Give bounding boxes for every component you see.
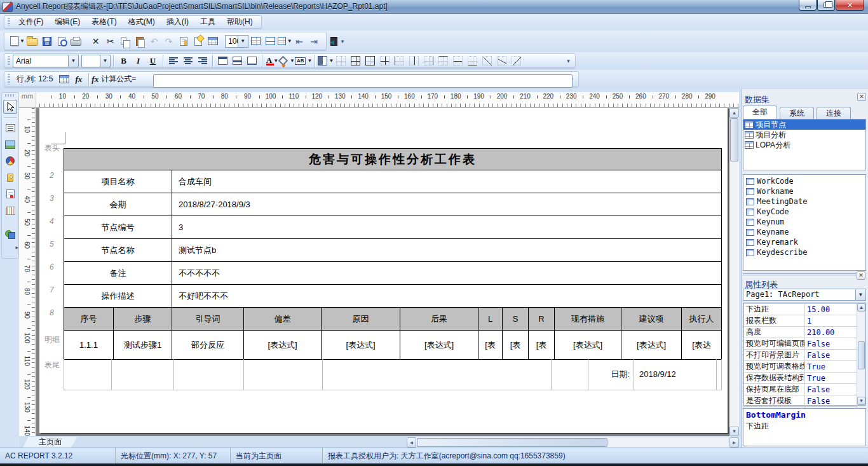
border-outline-button[interactable] (363, 53, 377, 68)
row-number[interactable]: 8 (50, 308, 54, 317)
grid-data-cell[interactable]: 测试步骤1 (114, 331, 172, 360)
fill-color-button[interactable]: ▼ (280, 53, 295, 68)
scroll-left-button[interactable]: ◄ (407, 437, 416, 448)
grid-data-cell[interactable]: 1.1.1 (64, 331, 114, 360)
print-button[interactable] (69, 34, 83, 48)
align-left-button[interactable] (166, 53, 180, 68)
scroll-down-button[interactable]: ▼ (857, 397, 865, 405)
border-center-vertical-button[interactable] (407, 53, 421, 68)
dataset-item[interactable]: LOPA分析 (743, 140, 865, 150)
grid-header-cell[interactable]: 序号 (64, 308, 114, 331)
property-grid-scrollbar[interactable]: ▲ ▼ (857, 303, 865, 405)
property-object-combobox[interactable]: Page1: TAcReport ▼ (743, 289, 866, 301)
formula-input[interactable] (153, 74, 573, 88)
menu-item[interactable]: 表格(T) (86, 15, 122, 29)
info-value-cell[interactable]: 合成车间 (172, 170, 722, 193)
field-list-close-button[interactable]: ✕ (857, 271, 865, 280)
table-wizard-button[interactable] (205, 34, 220, 48)
property-name-cell[interactable]: 不打印背景图片 (744, 350, 805, 361)
menu-item[interactable]: 工具 (194, 15, 221, 29)
open-button[interactable] (25, 34, 39, 48)
info-value-cell[interactable]: 不好吧不不不 (172, 285, 722, 308)
border-right-button[interactable] (421, 53, 436, 68)
paste-button[interactable] (132, 34, 147, 48)
restore-button[interactable] (817, 0, 835, 11)
menu-item[interactable]: 帮助(H) (221, 15, 259, 29)
copy-button[interactable] (118, 34, 132, 48)
merge-cells-button[interactable] (263, 34, 278, 48)
border-left-button[interactable] (392, 53, 407, 68)
split-cells-button[interactable]: ▼ (278, 34, 292, 48)
align-center-button[interactable] (180, 53, 195, 68)
page-tab[interactable]: 主页面 (23, 437, 78, 448)
info-value-cell[interactable]: 测试节点b (172, 239, 722, 262)
dataset-field-item[interactable]: KeyCode (743, 207, 865, 217)
footer-cell[interactable] (323, 359, 552, 390)
property-value-cell[interactable]: False (805, 338, 857, 350)
minimize-button[interactable] (799, 0, 817, 11)
show-grid-button[interactable] (248, 34, 263, 48)
info-value-cell[interactable]: 不不不不不 (172, 262, 722, 285)
exit-button[interactable] (327, 34, 341, 48)
border-style-combobox-button[interactable]: ▼ (318, 53, 334, 68)
property-scroll-thumb[interactable] (858, 341, 865, 369)
shape-tool[interactable] (3, 228, 17, 242)
grid-header-cell[interactable]: 引导词 (172, 308, 244, 331)
cut-button[interactable]: ✂ (103, 34, 118, 48)
grid-data-cell[interactable]: [表达式] (400, 331, 478, 360)
collapsed-row-stub[interactable] (51, 132, 65, 144)
info-label-cell[interactable]: 备注 (64, 262, 172, 285)
valign-top-button[interactable] (215, 53, 230, 68)
grid-header-cell[interactable]: 建议项 (621, 308, 682, 331)
property-value-cell[interactable]: False (805, 384, 857, 395)
font-size-dropdown-button[interactable]: ▼ (100, 55, 110, 67)
dataset-field-item[interactable]: Keyremark (743, 237, 865, 247)
report-page[interactable]: 表头 2 3 4 5 6 7 8 明细 表尾 危害与可操作性分析工作表 项目名称… (39, 108, 728, 433)
info-label-cell[interactable]: 节点编号 (64, 216, 172, 239)
dataset-field-item[interactable]: Keyname (743, 227, 865, 237)
dataset-tab-system[interactable]: 系统 (780, 107, 814, 119)
save-button[interactable] (39, 34, 54, 48)
grid-data-cell[interactable]: [表达式] (621, 331, 682, 360)
border-diagonal-down-half-button[interactable] (494, 53, 509, 68)
align-right-button[interactable] (195, 53, 210, 68)
grid-data-cell[interactable]: [表达式] (555, 331, 621, 360)
property-name-cell[interactable]: 预览时可调表格线 (744, 361, 805, 373)
barcode-tool[interactable] (3, 203, 17, 217)
cell-table-button[interactable] (57, 72, 71, 86)
property-value-cell[interactable]: False (805, 395, 857, 407)
bold-button[interactable]: B (116, 53, 131, 68)
cell-formula-button[interactable]: fx (71, 72, 86, 86)
border-inside-button[interactable] (377, 53, 392, 68)
scroll-up-button[interactable]: ▲ (857, 303, 865, 312)
footer-cell[interactable] (64, 359, 112, 390)
toolbar-grip[interactable] (8, 18, 10, 26)
info-label-cell[interactable]: 会期 (64, 193, 172, 216)
report-properties-button[interactable] (191, 34, 205, 48)
dataset-item[interactable]: 项目分析 (743, 130, 865, 140)
font-name-dropdown-button[interactable]: ▼ (68, 55, 78, 67)
scroll-right-button[interactable]: ► (729, 437, 739, 448)
v-scrollbar[interactable]: ▲ ▼ (729, 108, 739, 436)
insert-column-left-button[interactable]: ⇤ (292, 34, 307, 48)
grid-data-cell[interactable]: [表达式] (322, 331, 400, 360)
property-value-cell[interactable]: 15.00 (805, 304, 857, 315)
new-button[interactable]: ▼ (10, 34, 25, 48)
border-bottom-button[interactable] (465, 53, 480, 68)
grid-header-cell[interactable]: 后果 (400, 308, 478, 331)
richtext-tool[interactable] (3, 187, 17, 201)
property-value-cell[interactable]: True (805, 361, 857, 373)
footer-cell[interactable] (112, 359, 174, 390)
footer-cell[interactable] (552, 359, 588, 390)
grid-header-cell[interactable]: R (529, 308, 555, 331)
row-number[interactable]: 2 (50, 171, 54, 180)
valign-bottom-button[interactable] (245, 53, 259, 68)
print-preview-button[interactable] (54, 34, 69, 48)
valign-middle-button[interactable] (230, 53, 245, 68)
footer-cell[interactable] (174, 359, 244, 390)
border-all-button[interactable] (348, 53, 363, 68)
grid-data-cell[interactable]: 部分反应 (172, 331, 244, 360)
dataset-field-item[interactable]: Keydescribe (743, 247, 865, 257)
grid-header-cell[interactable]: 偏差 (244, 308, 322, 331)
font-size-combobox[interactable]: ▼ (81, 55, 111, 67)
